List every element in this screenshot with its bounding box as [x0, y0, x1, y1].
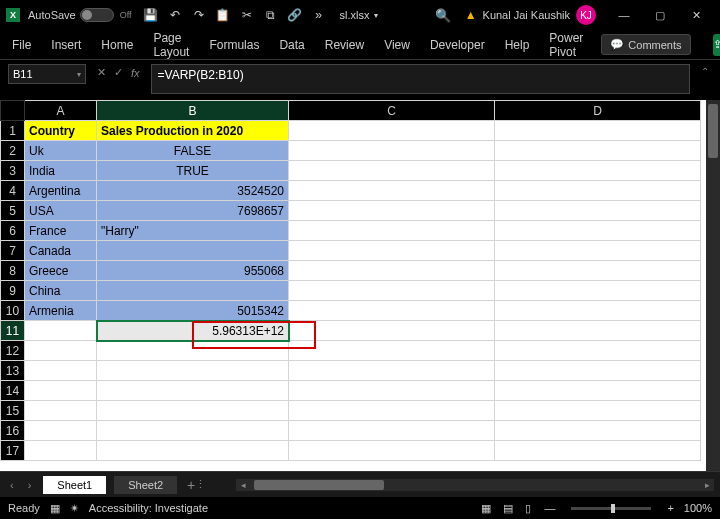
paste-icon[interactable]: 📋: [216, 8, 230, 22]
cell[interactable]: FALSE: [97, 141, 289, 161]
zoom-level[interactable]: 100%: [684, 502, 712, 514]
cell[interactable]: USA: [25, 201, 97, 221]
cell[interactable]: [289, 381, 495, 401]
cell[interactable]: [495, 221, 701, 241]
cell[interactable]: [25, 361, 97, 381]
cell[interactable]: [495, 441, 701, 461]
cell[interactable]: [495, 161, 701, 181]
cell[interactable]: [289, 301, 495, 321]
col-header-B[interactable]: B: [97, 101, 289, 121]
view-normal-icon[interactable]: ▦: [478, 502, 494, 515]
cell[interactable]: [25, 341, 97, 361]
row-header[interactable]: 9: [1, 281, 25, 301]
cell[interactable]: [25, 401, 97, 421]
cell[interactable]: [25, 421, 97, 441]
cell[interactable]: Armenia: [25, 301, 97, 321]
cell[interactable]: 955068: [97, 261, 289, 281]
sheet-next-icon[interactable]: ›: [24, 477, 36, 493]
tab-review[interactable]: Review: [323, 34, 366, 56]
cell[interactable]: [495, 421, 701, 441]
cancel-icon[interactable]: ✕: [94, 66, 109, 79]
cell[interactable]: [289, 361, 495, 381]
cell[interactable]: India: [25, 161, 97, 181]
scrollbar-thumb[interactable]: [254, 480, 384, 490]
fx-icon[interactable]: fx: [128, 67, 143, 79]
cell[interactable]: [289, 401, 495, 421]
tab-data[interactable]: Data: [277, 34, 306, 56]
cell[interactable]: Sales Production in 2020: [97, 121, 289, 141]
cell[interactable]: [495, 341, 701, 361]
document-title[interactable]: sl.xlsx ▾: [340, 9, 378, 21]
cell[interactable]: [97, 381, 289, 401]
tab-power-pivot[interactable]: Power Pivot: [547, 27, 585, 63]
cell[interactable]: [97, 361, 289, 381]
cell[interactable]: Country: [25, 121, 97, 141]
cell[interactable]: [97, 241, 289, 261]
cell[interactable]: [289, 181, 495, 201]
row-header[interactable]: 7: [1, 241, 25, 261]
cell[interactable]: 5015342: [97, 301, 289, 321]
cell[interactable]: [495, 121, 701, 141]
cell[interactable]: [495, 141, 701, 161]
col-header-C[interactable]: C: [289, 101, 495, 121]
undo-icon[interactable]: ↶: [168, 8, 182, 22]
close-button[interactable]: ✕: [678, 3, 714, 27]
active-cell[interactable]: 5.96313E+12: [97, 321, 289, 341]
row-header[interactable]: 1: [1, 121, 25, 141]
sheet-tab-2[interactable]: Sheet2: [114, 476, 177, 494]
tab-view[interactable]: View: [382, 34, 412, 56]
tab-menu-icon[interactable]: ⋮: [195, 478, 206, 491]
enter-icon[interactable]: ✓: [111, 66, 126, 79]
cell[interactable]: [97, 281, 289, 301]
cell[interactable]: [97, 421, 289, 441]
cell[interactable]: [25, 381, 97, 401]
cell[interactable]: [289, 221, 495, 241]
tab-developer[interactable]: Developer: [428, 34, 487, 56]
autosave-toggle[interactable]: AutoSave Off: [28, 8, 132, 22]
cell[interactable]: [495, 281, 701, 301]
cell[interactable]: [495, 261, 701, 281]
cell[interactable]: [97, 401, 289, 421]
save-icon[interactable]: 💾: [144, 8, 158, 22]
cell[interactable]: France: [25, 221, 97, 241]
row-header[interactable]: 10: [1, 301, 25, 321]
link-icon[interactable]: 🔗: [288, 8, 302, 22]
zoom-slider[interactable]: [571, 507, 651, 510]
comments-button[interactable]: 💬 Comments: [601, 34, 690, 55]
cell[interactable]: Argentina: [25, 181, 97, 201]
cut-icon[interactable]: ✂: [240, 8, 254, 22]
cell[interactable]: [97, 441, 289, 461]
cell[interactable]: [495, 201, 701, 221]
cell[interactable]: [25, 441, 97, 461]
sheet-tab-1[interactable]: Sheet1: [43, 476, 106, 494]
cell[interactable]: Greece: [25, 261, 97, 281]
row-header[interactable]: 6: [1, 221, 25, 241]
row-header[interactable]: 16: [1, 421, 25, 441]
minimize-button[interactable]: —: [606, 3, 642, 27]
warning-icon[interactable]: ▲: [465, 8, 477, 22]
scroll-right-icon[interactable]: ▸: [700, 480, 714, 490]
more-icon[interactable]: »: [312, 8, 326, 22]
share-button[interactable]: ⇪: [713, 34, 720, 56]
user-name[interactable]: Kunal Jai Kaushik: [483, 9, 570, 21]
cell[interactable]: [495, 361, 701, 381]
cell[interactable]: [289, 441, 495, 461]
cell[interactable]: TRUE: [97, 161, 289, 181]
cell[interactable]: [289, 241, 495, 261]
cell[interactable]: 7698657: [97, 201, 289, 221]
cell[interactable]: "Harry": [97, 221, 289, 241]
row-header[interactable]: 17: [1, 441, 25, 461]
cell[interactable]: [97, 341, 289, 361]
zoom-out-button[interactable]: —: [544, 502, 555, 514]
add-sheet-button[interactable]: +: [187, 477, 195, 493]
row-header[interactable]: 11: [1, 321, 25, 341]
zoom-in-button[interactable]: +: [667, 502, 673, 514]
cell[interactable]: Uk: [25, 141, 97, 161]
tab-home[interactable]: Home: [99, 34, 135, 56]
scrollbar-thumb[interactable]: [708, 104, 718, 158]
cell[interactable]: 3524520: [97, 181, 289, 201]
view-page-layout-icon[interactable]: ▤: [500, 502, 516, 515]
spreadsheet-grid[interactable]: A B C D 1 Country Sales Production in 20…: [0, 100, 701, 461]
cell[interactable]: [495, 401, 701, 421]
cell[interactable]: [25, 321, 97, 341]
